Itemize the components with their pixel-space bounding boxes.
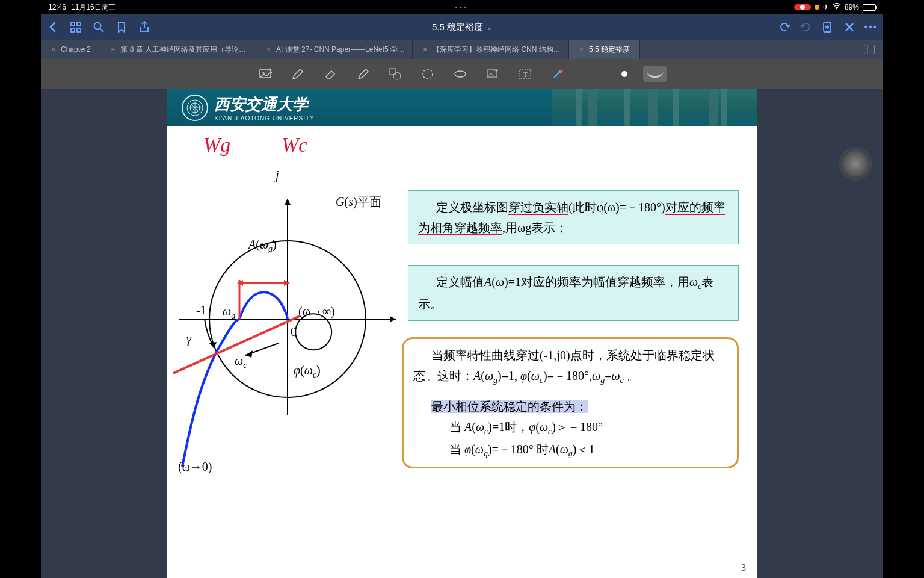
neg1-label: -1	[196, 303, 206, 317]
document-title-text: 5.5 稳定裕度	[432, 22, 483, 33]
status-date: 11月16日周三	[71, 2, 116, 13]
text-tool-icon[interactable]: T	[517, 66, 534, 82]
tab-strip: ✕ Chapter2 ✕ 第 8 章 人工神经网络及其应用（导论… ✕ AI 课…	[41, 40, 883, 59]
university-header: 西安交通大学 XI'AN JIAOTONG UNIVERSITY	[167, 89, 757, 126]
w-inf-label: (ω→∞)	[298, 305, 335, 319]
svg-point-10	[263, 72, 265, 74]
back-button[interactable]	[47, 21, 59, 33]
tab-label: AI 课堂 27- CNN Paper——LeNet5 学…	[276, 45, 405, 55]
tab-ann[interactable]: ✕ 第 8 章 人工神经网络及其应用（导论…	[100, 40, 256, 59]
multitask-dots[interactable]: •••	[455, 4, 469, 11]
svg-point-14	[423, 69, 433, 79]
svg-point-15	[455, 71, 466, 77]
privacy-dot	[815, 5, 819, 10]
recording-indicator[interactable]	[794, 4, 811, 10]
pen-tool-icon[interactable]	[289, 66, 306, 82]
tab-label: Chapter2	[61, 45, 90, 54]
airplane-icon: ✈︎	[823, 3, 829, 11]
wifi-icon	[833, 3, 841, 11]
phi-wc-label: φ(ωc)	[294, 364, 321, 380]
chevron-down-icon: ⌄	[487, 23, 492, 31]
document-title[interactable]: 5.5 稳定裕度 ⌄	[432, 22, 492, 33]
close-tab-icon[interactable]: ✕	[110, 46, 116, 54]
color-picker[interactable]	[621, 71, 627, 77]
shape-tool-icon[interactable]	[387, 66, 404, 82]
gamma-label: γ	[186, 332, 191, 346]
handwriting-wc: Wc	[282, 134, 307, 157]
stroke-preview[interactable]	[643, 66, 667, 82]
undo-icon[interactable]	[778, 21, 790, 33]
tab-label: 【深度学习】卷积神经网络 CNN 结构…	[433, 45, 561, 55]
eraser-tool-icon[interactable]	[322, 66, 339, 82]
close-tab-icon[interactable]: ✕	[266, 46, 271, 54]
tab-label: 5.5 稳定裕度	[589, 45, 630, 55]
battery-icon	[863, 4, 876, 11]
magic-tool-icon[interactable]	[549, 66, 566, 82]
status-time: 12:46	[48, 3, 66, 11]
svg-rect-4	[77, 28, 81, 32]
svg-marker-31	[209, 342, 217, 348]
svg-text:T: T	[523, 70, 528, 79]
drawing-toolbar: T	[41, 59, 883, 89]
header-photo	[552, 89, 757, 126]
svg-rect-7	[864, 45, 875, 54]
add-page-icon[interactable]	[822, 21, 834, 33]
canvas[interactable]: 西安交通大学 XI'AN JIAOTONG UNIVERSITY Wg Wc	[125, 89, 799, 578]
polar-plot	[167, 163, 408, 482]
definition-box-gain-crossover: 定义幅值A(ω)=1对应的频率为幅值穿越频率，用ωc表示。	[408, 265, 739, 321]
close-icon[interactable]	[843, 21, 855, 33]
close-tab-icon[interactable]: ✕	[422, 46, 428, 54]
svg-rect-2	[77, 22, 81, 26]
lasso-tool-icon[interactable]	[419, 66, 436, 82]
tab-label: 第 8 章 人工神经网络及其应用（导论…	[120, 45, 246, 55]
a-wg-label: A(ωg)	[248, 238, 277, 254]
wc-point-label: ωc	[235, 354, 247, 370]
assistive-touch[interactable]	[842, 151, 869, 177]
bookmark-icon[interactable]	[116, 21, 128, 33]
share-icon[interactable]	[138, 21, 150, 33]
tab-dl-cnn[interactable]: ✕ 【深度学习】卷积神经网络 CNN 结构…	[413, 40, 569, 59]
ipad-status-bar: 12:46 11月16日周三 ••• ✈︎ 89%	[41, 0, 883, 14]
gs-plane-label: G(s)平面	[336, 194, 381, 210]
svg-marker-22	[390, 316, 396, 322]
tape-tool-icon[interactable]	[452, 66, 469, 82]
axis-j-label: j	[276, 169, 279, 182]
highlighter-tool-icon[interactable]	[354, 66, 371, 82]
stability-heading: 最小相位系统稳定的条件为：	[431, 400, 588, 413]
svg-rect-12	[390, 69, 396, 75]
more-icon[interactable]: •••	[865, 21, 877, 33]
university-name-cn: 西安交通大学	[214, 94, 315, 115]
svg-rect-3	[71, 28, 75, 32]
grid-icon[interactable]	[70, 21, 82, 33]
svg-point-13	[393, 72, 401, 79]
svg-point-0	[836, 8, 837, 10]
image-tool-icon[interactable]	[257, 66, 274, 82]
tab-stability-margin[interactable]: ✕ 5.5 稳定裕度	[569, 40, 640, 59]
svg-rect-16	[487, 70, 497, 77]
svg-rect-1	[71, 22, 75, 26]
university-name-en: XI'AN JIAOTONG UNIVERSITY	[214, 115, 315, 122]
university-logo	[182, 95, 208, 121]
wg-point-label: ωg	[223, 305, 235, 321]
slide-page: 西安交通大学 XI'AN JIAOTONG UNIVERSITY Wg Wc	[167, 89, 757, 578]
search-icon[interactable]	[93, 21, 105, 33]
origin-label: 0	[291, 325, 297, 339]
insert-image-icon[interactable]	[484, 66, 501, 82]
tab-chapter2[interactable]: ✕ Chapter2	[41, 40, 100, 59]
battery-pct: 89%	[845, 3, 859, 11]
svg-marker-24	[285, 199, 291, 205]
stability-condition-box: 当频率特性曲线穿过(-1,j0)点时，系统处于临界稳定状态。这时：A(ωg)=1…	[402, 337, 739, 468]
redo-icon[interactable]	[800, 21, 812, 33]
close-tab-icon[interactable]: ✕	[51, 46, 56, 54]
tab-cnn-paper[interactable]: ✕ AI 课堂 27- CNN Paper——LeNet5 学…	[256, 40, 413, 59]
handwriting-wg: Wg	[203, 134, 230, 157]
svg-point-5	[94, 23, 101, 30]
app-navbar: 5.5 稳定裕度 ⌄ •••	[41, 14, 883, 40]
definition-box-phase-crossover: 定义极坐标图穿过负实轴(此时φ(ω)=－180°)对应的频率为相角穿越频率,用ω…	[408, 190, 739, 244]
w-zero-label: (ω→0)	[178, 460, 212, 474]
tab-overview-icon[interactable]	[855, 40, 883, 59]
page-number: 3	[741, 562, 746, 573]
close-tab-icon[interactable]: ✕	[579, 46, 584, 54]
